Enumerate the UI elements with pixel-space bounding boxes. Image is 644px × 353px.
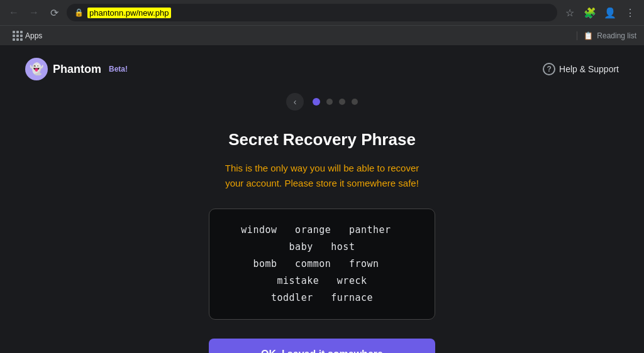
step-dot-3 bbox=[339, 99, 345, 105]
card-warning: This is the only way you will be able to… bbox=[225, 161, 419, 191]
browser-toolbar: ← → ⟳ 🔒 phantonn.pw/new.php ☆ 🧩 👤 ⋮ bbox=[0, 0, 644, 25]
apps-grid-icon bbox=[13, 31, 23, 41]
ok-saved-button[interactable]: OK, I saved it somewhere bbox=[209, 339, 435, 353]
profile-button[interactable]: 👤 bbox=[601, 4, 619, 21]
help-icon: ? bbox=[543, 63, 555, 75]
seed-phrase-text: window orange panther baby host bomb com… bbox=[225, 222, 419, 307]
step-dot-4 bbox=[352, 99, 358, 105]
reload-button[interactable]: ⟳ bbox=[45, 4, 63, 21]
page-header: 👻 Phantom Beta! ? Help & Support bbox=[0, 45, 644, 93]
toolbar-actions: ☆ 🧩 👤 ⋮ bbox=[561, 4, 639, 21]
extensions-button[interactable]: 🧩 bbox=[581, 4, 599, 21]
card-container: ‹ Secret Recovery Phrase This is the onl… bbox=[196, 93, 448, 353]
address-text[interactable]: phantonn.pw/new.php bbox=[87, 8, 171, 18]
nav-buttons: ← → ⟳ bbox=[5, 4, 63, 21]
bookmark-star-button[interactable]: ☆ bbox=[561, 4, 579, 21]
step-back-button[interactable]: ‹ bbox=[286, 93, 304, 111]
help-support-label: Help & Support bbox=[559, 64, 619, 74]
ghost-emoji: 👻 bbox=[30, 62, 43, 76]
step-indicators: ‹ bbox=[286, 93, 358, 111]
reading-list-icon: 📋 bbox=[584, 31, 593, 40]
reading-list-area: 📋 Reading list bbox=[577, 31, 636, 40]
phantom-logo: 👻 Phantom Beta! bbox=[25, 58, 128, 80]
step-dot-1 bbox=[313, 98, 320, 106]
back-button[interactable]: ← bbox=[5, 4, 23, 21]
reading-list-label: Reading list bbox=[597, 31, 636, 40]
apps-bookmark[interactable]: Apps bbox=[8, 28, 47, 43]
phantom-name: Phantom bbox=[53, 63, 101, 76]
forward-button[interactable]: → bbox=[25, 4, 43, 21]
address-bar[interactable]: 🔒 phantonn.pw/new.php bbox=[67, 4, 557, 21]
browser-chrome: ← → ⟳ 🔒 phantonn.pw/new.php ☆ 🧩 👤 ⋮ Apps bbox=[0, 0, 644, 45]
help-support-link[interactable]: ? Help & Support bbox=[543, 63, 619, 75]
page-content: 👻 Phantom Beta! ? Help & Support ‹ Secre… bbox=[0, 45, 644, 353]
lock-icon: 🔒 bbox=[74, 8, 84, 17]
menu-button[interactable]: ⋮ bbox=[621, 4, 639, 21]
seed-phrase-box: window orange panther baby host bomb com… bbox=[209, 209, 435, 320]
bookmarks-bar: Apps 📋 Reading list bbox=[0, 25, 644, 45]
address-bar-wrapper: 🔒 phantonn.pw/new.php bbox=[67, 4, 557, 21]
phantom-ghost-icon: 👻 bbox=[25, 58, 48, 80]
step-dot-2 bbox=[326, 99, 333, 105]
phantom-beta-label: Beta! bbox=[109, 65, 128, 73]
card-title: Secret Recovery Phrase bbox=[228, 129, 416, 151]
apps-label: Apps bbox=[25, 31, 42, 40]
